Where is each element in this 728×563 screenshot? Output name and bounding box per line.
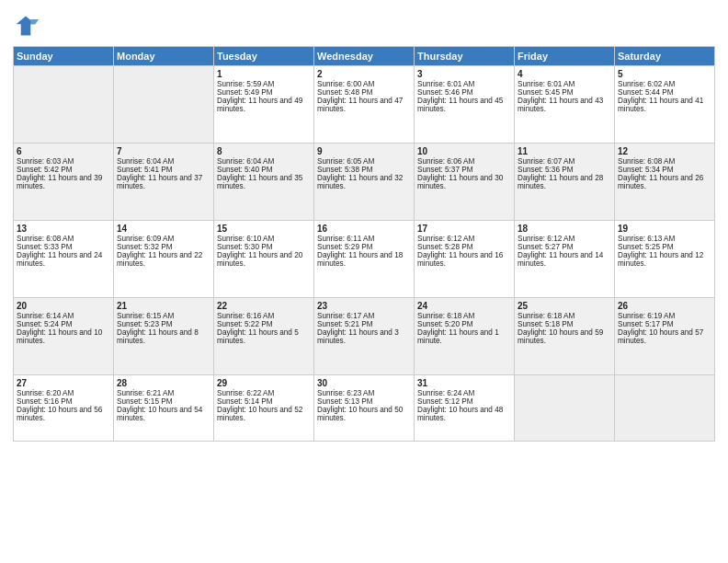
day-info: Daylight: 11 hours and 20 minutes.: [217, 251, 311, 268]
day-info: Sunrise: 6:11 AM: [317, 235, 411, 243]
day-info: Sunrise: 6:12 AM: [417, 235, 511, 243]
calendar-cell: 25Sunrise: 6:18 AMSunset: 5:18 PMDayligh…: [515, 298, 615, 375]
day-info: Sunrise: 6:04 AM: [117, 157, 210, 166]
day-info: Sunrise: 6:00 AM: [317, 80, 411, 88]
day-info: Sunrise: 6:03 AM: [17, 157, 110, 166]
day-info: Sunrise: 5:59 AM: [217, 80, 311, 88]
day-number: 3: [417, 69, 511, 79]
day-info: Daylight: 10 hours and 54 minutes.: [117, 406, 210, 422]
calendar-cell: 1Sunrise: 5:59 AMSunset: 5:49 PMDaylight…: [214, 66, 314, 144]
day-info: Daylight: 11 hours and 14 minutes.: [518, 251, 611, 268]
calendar-cell: 23Sunrise: 6:17 AMSunset: 5:21 PMDayligh…: [314, 298, 415, 375]
calendar-cell: 2Sunrise: 6:00 AMSunset: 5:48 PMDaylight…: [314, 66, 415, 144]
day-info: Daylight: 10 hours and 48 minutes.: [417, 406, 511, 422]
day-info: Sunset: 5:18 PM: [518, 320, 611, 328]
day-info: Daylight: 11 hours and 3 minutes.: [317, 328, 411, 345]
day-info: Daylight: 11 hours and 22 minutes.: [117, 251, 210, 268]
day-info: Sunset: 5:23 PM: [117, 320, 210, 328]
day-number: 30: [317, 378, 411, 388]
day-info: Sunset: 5:30 PM: [217, 243, 311, 251]
day-info: Sunrise: 6:18 AM: [417, 312, 511, 320]
calendar-cell: 29Sunrise: 6:22 AMSunset: 5:14 PMDayligh…: [214, 375, 314, 442]
day-info: Sunrise: 6:17 AM: [317, 312, 411, 320]
calendar-cell: 16Sunrise: 6:11 AMSunset: 5:29 PMDayligh…: [314, 221, 415, 298]
day-info: Daylight: 11 hours and 37 minutes.: [117, 174, 210, 190]
day-info: Sunset: 5:12 PM: [417, 397, 511, 406]
day-info: Sunset: 5:48 PM: [317, 88, 411, 97]
calendar-cell: 31Sunrise: 6:24 AMSunset: 5:12 PMDayligh…: [415, 375, 515, 442]
calendar-cell: [515, 375, 615, 442]
day-info: Sunset: 5:38 PM: [317, 166, 411, 174]
weekday-header-saturday: Saturday: [615, 47, 715, 66]
calendar-cell: 12Sunrise: 6:08 AMSunset: 5:34 PMDayligh…: [615, 144, 715, 221]
day-info: Sunrise: 6:24 AM: [417, 389, 511, 397]
day-info: Sunset: 5:25 PM: [618, 243, 711, 251]
day-number: 21: [117, 301, 210, 311]
day-info: Sunset: 5:41 PM: [117, 166, 210, 174]
day-info: Sunset: 5:29 PM: [317, 243, 411, 251]
weekday-header-thursday: Thursday: [415, 47, 515, 66]
day-info: Sunrise: 6:05 AM: [317, 157, 411, 166]
weekday-header-friday: Friday: [515, 47, 615, 66]
day-info: Sunrise: 6:16 AM: [217, 312, 311, 320]
day-info: Daylight: 11 hours and 8 minutes.: [117, 328, 210, 345]
day-info: Sunset: 5:49 PM: [217, 88, 311, 97]
calendar-cell: 4Sunrise: 6:01 AMSunset: 5:45 PMDaylight…: [515, 66, 615, 144]
day-info: Sunrise: 6:20 AM: [17, 389, 110, 397]
calendar-cell: 30Sunrise: 6:23 AMSunset: 5:13 PMDayligh…: [314, 375, 415, 442]
calendar-cell: 19Sunrise: 6:13 AMSunset: 5:25 PMDayligh…: [615, 221, 715, 298]
day-info: Sunset: 5:15 PM: [117, 397, 210, 406]
day-number: 18: [518, 224, 611, 234]
day-number: 6: [17, 146, 110, 156]
weekday-header-wednesday: Wednesday: [314, 47, 415, 66]
day-number: 10: [417, 146, 511, 156]
day-info: Sunrise: 6:08 AM: [17, 235, 110, 243]
day-info: Sunset: 5:45 PM: [518, 88, 611, 97]
day-info: Sunrise: 6:10 AM: [217, 235, 311, 243]
day-info: Sunset: 5:24 PM: [17, 320, 110, 328]
day-number: 14: [117, 224, 210, 234]
day-number: 20: [17, 301, 110, 311]
calendar-cell: 28Sunrise: 6:21 AMSunset: 5:15 PMDayligh…: [114, 375, 214, 442]
day-info: Sunrise: 6:08 AM: [618, 157, 711, 166]
day-info: Sunrise: 6:04 AM: [217, 157, 311, 166]
day-info: Daylight: 11 hours and 41 minutes.: [618, 97, 711, 113]
day-number: 31: [417, 378, 511, 388]
calendar-cell: 11Sunrise: 6:07 AMSunset: 5:36 PMDayligh…: [515, 144, 615, 221]
day-info: Sunrise: 6:18 AM: [518, 312, 611, 320]
day-info: Daylight: 11 hours and 18 minutes.: [317, 251, 411, 268]
calendar-cell: 9Sunrise: 6:05 AMSunset: 5:38 PMDaylight…: [314, 144, 415, 221]
day-info: Daylight: 11 hours and 47 minutes.: [317, 97, 411, 113]
day-info: Daylight: 11 hours and 35 minutes.: [217, 174, 311, 190]
day-info: Sunset: 5:37 PM: [417, 166, 511, 174]
day-number: 8: [217, 146, 311, 156]
calendar-cell: 5Sunrise: 6:02 AMSunset: 5:44 PMDaylight…: [615, 66, 715, 144]
day-info: Daylight: 11 hours and 5 minutes.: [217, 328, 311, 345]
day-number: 5: [618, 69, 711, 79]
day-info: Sunset: 5:16 PM: [17, 397, 110, 406]
calendar: SundayMondayTuesdayWednesdayThursdayFrid…: [13, 46, 715, 442]
calendar-cell: [114, 66, 214, 144]
day-number: 24: [417, 301, 511, 311]
day-info: Daylight: 10 hours and 57 minutes.: [618, 328, 711, 345]
day-info: Sunset: 5:13 PM: [317, 397, 411, 406]
day-info: Sunset: 5:22 PM: [217, 320, 311, 328]
day-info: Sunset: 5:14 PM: [217, 397, 311, 406]
calendar-cell: 10Sunrise: 6:06 AMSunset: 5:37 PMDayligh…: [415, 144, 515, 221]
day-number: 23: [317, 301, 411, 311]
day-info: Sunset: 5:44 PM: [618, 88, 711, 97]
day-info: Sunset: 5:32 PM: [117, 243, 210, 251]
day-info: Daylight: 11 hours and 10 minutes.: [17, 328, 110, 345]
calendar-cell: [14, 66, 114, 144]
calendar-cell: 3Sunrise: 6:01 AMSunset: 5:46 PMDaylight…: [415, 66, 515, 144]
day-info: Sunrise: 6:23 AM: [317, 389, 411, 397]
day-info: Sunrise: 6:13 AM: [618, 235, 711, 243]
day-info: Daylight: 11 hours and 32 minutes.: [317, 174, 411, 190]
calendar-cell: 18Sunrise: 6:12 AMSunset: 5:27 PMDayligh…: [515, 221, 615, 298]
day-info: Daylight: 11 hours and 45 minutes.: [417, 97, 511, 113]
weekday-header-tuesday: Tuesday: [214, 47, 314, 66]
logo: [13, 13, 42, 39]
day-info: Sunset: 5:36 PM: [518, 166, 611, 174]
weekday-header-sunday: Sunday: [14, 47, 114, 66]
day-info: Daylight: 11 hours and 1 minute.: [417, 328, 511, 345]
